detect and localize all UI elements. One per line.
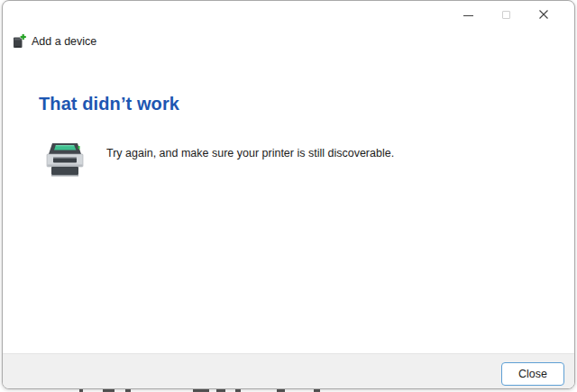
close-button[interactable]: Close <box>501 362 564 386</box>
titlebar <box>3 1 574 30</box>
maximize-button <box>487 1 525 28</box>
dialog-title: Add a device <box>32 35 96 48</box>
printer-icon <box>44 142 86 180</box>
close-icon <box>538 9 549 20</box>
footer-bar: Close <box>3 353 574 388</box>
close-window-button[interactable] <box>525 1 563 28</box>
wizard-header: Add a device <box>12 33 96 49</box>
error-message: Try again, and make sure your printer is… <box>106 147 394 160</box>
add-device-icon <box>12 33 27 49</box>
error-heading: That didn’t work <box>39 94 179 114</box>
add-device-dialog: Add a device That didn’t work <box>2 0 575 389</box>
message-row: Try again, and make sure your printer is… <box>44 142 394 180</box>
minimize-icon <box>463 15 473 16</box>
maximize-icon <box>502 11 510 19</box>
minimize-button[interactable] <box>449 1 487 28</box>
